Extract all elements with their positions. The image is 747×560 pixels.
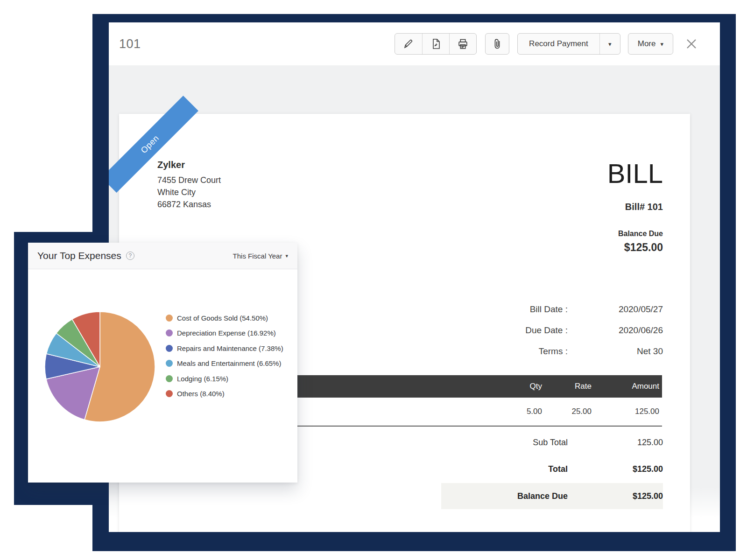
detail-row-bill-date: Bill Date : 2020/05/27 (428, 299, 663, 320)
paperclip-icon (492, 38, 502, 50)
navy-bracket-left (14, 232, 28, 505)
chevron-down-icon: ▾ (608, 41, 612, 47)
subtotal-label: Sub Total (420, 438, 568, 448)
balance-due-label: Balance Due (618, 230, 663, 238)
legend-label: Lodging (6.15%) (177, 375, 228, 383)
detail-label: Terms : (428, 346, 568, 357)
chevron-down-icon: ▾ (285, 253, 288, 259)
total-value: $125.00 (568, 464, 663, 474)
expenses-card-header: Your Top Expenses ? This Fiscal Year ▾ (28, 243, 297, 269)
detail-label: Bill Date : (428, 304, 568, 315)
bill-reference: Bill# 101 (625, 202, 663, 212)
detail-value: 2020/05/27 (568, 304, 663, 315)
total-label: Total (420, 464, 568, 474)
legend-dot (166, 360, 173, 367)
column-header-amount: Amount (592, 382, 662, 391)
legend-dot (166, 315, 173, 322)
icon-button-group (395, 33, 477, 55)
more-button[interactable]: More ▾ (628, 33, 673, 55)
legend-dot (166, 390, 173, 397)
record-payment-split-button: Record Payment ▾ (517, 33, 620, 55)
legend-item: Meals and Entertainment (6.65%) (166, 356, 283, 371)
period-selector[interactable]: This Fiscal Year ▾ (233, 252, 288, 260)
balance-row-label: Balance Due (441, 491, 568, 501)
column-header-rate: Rate (542, 382, 592, 391)
print-button[interactable] (449, 34, 476, 54)
more-label: More (638, 39, 656, 49)
help-icon[interactable]: ? (126, 252, 134, 260)
item-amount: 125.00 (592, 407, 662, 416)
toolbar: 101 (109, 22, 720, 65)
chevron-down-icon: ▾ (660, 41, 663, 47)
balance-due-amount: $125.00 (618, 241, 663, 254)
expenses-card-title: Your Top Expenses (37, 250, 121, 261)
top-expenses-card: Your Top Expenses ? This Fiscal Year ▾ C… (28, 243, 297, 483)
expenses-pie-chart (39, 306, 161, 427)
legend-dot (166, 375, 173, 382)
page-title-bill-number: 101 (119, 37, 141, 51)
legend-label: Depreciation Expense (16.92%) (177, 329, 276, 337)
legend-item: Repairs and Maintenance (7.38%) (166, 341, 283, 356)
period-selector-label: This Fiscal Year (233, 252, 282, 260)
close-icon (685, 38, 698, 50)
legend-item: Lodging (6.15%) (166, 371, 283, 386)
totals-summary: Sub Total 125.00 Total $125.00 Balance D… (420, 429, 663, 509)
legend-label: Cost of Goods Sold (54.50%) (177, 314, 268, 322)
subtotal-value: 125.00 (568, 438, 663, 448)
detail-value: Net 30 (568, 346, 663, 357)
legend-item: Others (8.40%) (166, 386, 283, 402)
bill-details: Bill Date : 2020/05/27 Due Date : 2020/0… (428, 299, 663, 362)
legend-label: Others (8.40%) (177, 390, 225, 398)
subtotal-row: Sub Total 125.00 (420, 429, 663, 456)
legend-dot (166, 345, 173, 352)
vendor-address-line: 66872 Kansas (157, 198, 221, 210)
toolbar-actions: Record Payment ▾ More ▾ (395, 33, 699, 55)
balance-due-block: Balance Due $125.00 (618, 230, 663, 254)
detail-row-terms: Terms : Net 30 (428, 341, 663, 362)
legend-dot (166, 329, 173, 336)
printer-icon (457, 38, 469, 50)
item-rate: 25.00 (542, 407, 592, 416)
close-button[interactable] (684, 36, 699, 52)
navy-bracket-bottom (14, 482, 109, 505)
edit-button[interactable] (395, 34, 422, 54)
record-payment-button[interactable]: Record Payment (518, 34, 599, 54)
legend-label: Repairs and Maintenance (7.38%) (177, 344, 283, 352)
page: 101 (0, 0, 747, 560)
balance-row-value: $125.00 (568, 491, 663, 501)
detail-row-due-date: Due Date : 2020/06/26 (428, 320, 663, 341)
record-payment-dropdown-button[interactable]: ▾ (599, 34, 620, 54)
document-title: BILL (607, 158, 663, 189)
item-qty: 5.00 (493, 407, 542, 416)
legend-label: Meals and Entertainment (6.65%) (177, 359, 281, 367)
legend-item: Depreciation Expense (16.92%) (166, 326, 283, 341)
column-header-qty: Qty (493, 382, 542, 391)
pdf-button[interactable] (422, 34, 449, 54)
detail-label: Due Date : (428, 325, 568, 336)
total-row: Total $125.00 (420, 456, 663, 483)
pie-legend: Cost of Goods Sold (54.50%) Depreciation… (166, 310, 283, 401)
record-payment-label: Record Payment (529, 39, 588, 49)
attach-file-button[interactable] (485, 33, 509, 55)
status-badge-open: Open (109, 96, 198, 193)
detail-value: 2020/06/26 (568, 325, 663, 336)
pencil-icon (403, 38, 414, 49)
legend-item: Cost of Goods Sold (54.50%) (166, 310, 283, 326)
balance-due-row: Balance Due $125.00 (441, 483, 663, 509)
status-ribbon: Open (119, 114, 203, 198)
navy-bracket-top (14, 232, 109, 244)
pdf-file-icon (430, 38, 442, 49)
